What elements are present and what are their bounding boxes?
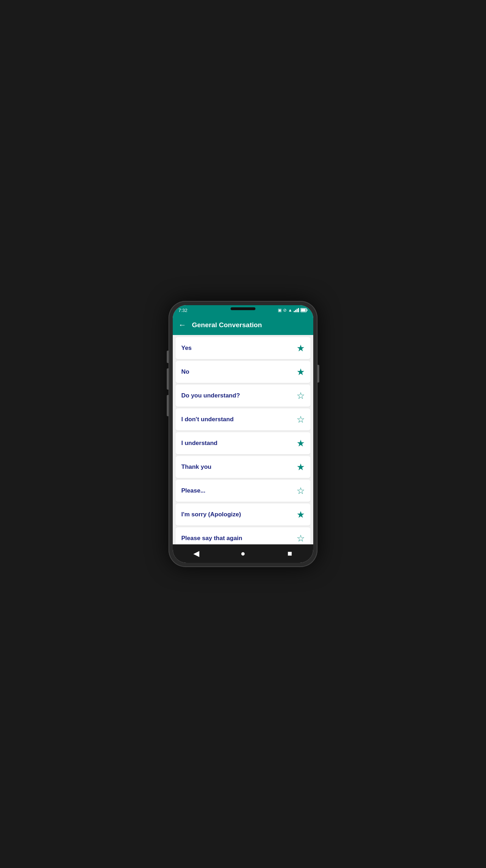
silent-button [167, 395, 169, 416]
list-item[interactable]: Do you understand? [176, 385, 310, 407]
star-outline-icon[interactable] [297, 415, 305, 424]
star-filled-icon[interactable] [297, 367, 305, 377]
phrase-label: Yes [181, 345, 192, 352]
bottom-nav: ◀ ● ■ [173, 544, 313, 563]
camera-speaker [231, 307, 255, 310]
star-outline-icon[interactable] [297, 486, 305, 495]
nav-back-button[interactable]: ◀ [189, 546, 203, 561]
star-outline-icon[interactable] [297, 391, 305, 400]
svg-rect-1 [307, 309, 308, 311]
list-item[interactable]: No [176, 361, 310, 383]
svg-rect-2 [301, 309, 306, 312]
phrase-label: I'm sorry (Apologize) [181, 511, 241, 518]
list-item[interactable]: Thank you [176, 456, 310, 478]
signal-icon [294, 308, 299, 312]
app-bar: ← General Conversation [173, 315, 313, 335]
back-button[interactable]: ← [178, 321, 186, 329]
do-not-disturb-icon: ⊘ [283, 308, 287, 313]
phrase-label: I don't understand [181, 416, 234, 423]
volume-up-button [167, 351, 169, 363]
status-icons: ▣ ⊘ ▲ [278, 308, 308, 313]
star-filled-icon[interactable] [297, 510, 305, 519]
battery-icon [300, 308, 308, 312]
list-item[interactable]: I don't understand [176, 408, 310, 430]
phrase-label: Please... [181, 487, 205, 494]
nav-recent-button[interactable]: ■ [283, 546, 297, 561]
list-item[interactable]: I understand [176, 432, 310, 454]
phrase-label: No [181, 368, 189, 375]
sim-icon: ▣ [278, 308, 282, 313]
phrase-label: Thank you [181, 463, 211, 471]
app-bar-title: General Conversation [192, 321, 262, 329]
phrase-list: YesNoDo you understand?I don't understan… [173, 335, 313, 544]
list-item[interactable]: I'm sorry (Apologize) [176, 504, 310, 526]
power-button [317, 365, 319, 383]
phrase-label: I understand [181, 440, 217, 447]
wifi-icon: ▲ [288, 308, 292, 313]
status-bar: 7:32 ▣ ⊘ ▲ [173, 305, 313, 315]
list-item[interactable]: Yes [176, 337, 310, 359]
star-filled-icon[interactable] [297, 439, 305, 448]
star-filled-icon[interactable] [297, 462, 305, 472]
list-item[interactable]: Please say that again [176, 527, 310, 544]
list-item[interactable]: Please... [176, 480, 310, 502]
phone-screen: 7:32 ▣ ⊘ ▲ [173, 305, 313, 563]
status-time: 7:32 [178, 308, 187, 313]
phrase-label: Please say that again [181, 535, 242, 542]
phone-frame: 7:32 ▣ ⊘ ▲ [169, 301, 317, 567]
star-outline-icon[interactable] [297, 534, 305, 543]
nav-home-button[interactable]: ● [236, 546, 250, 561]
phrase-label: Do you understand? [181, 392, 240, 399]
star-filled-icon[interactable] [297, 344, 305, 353]
volume-down-button [167, 368, 169, 390]
